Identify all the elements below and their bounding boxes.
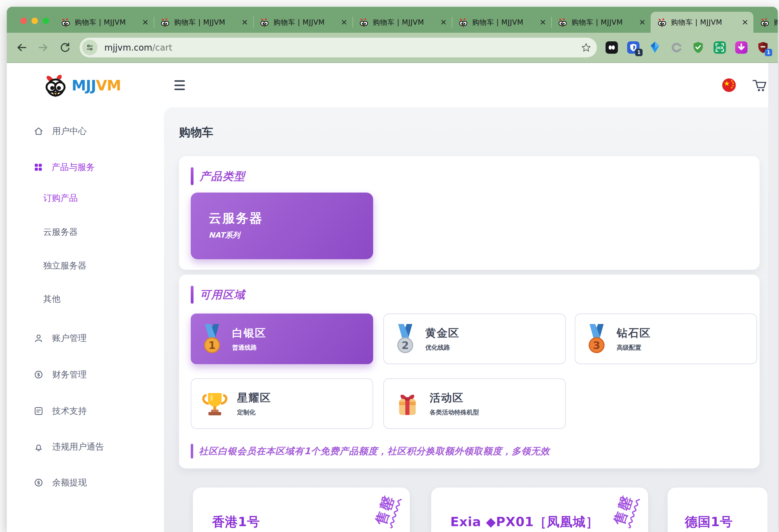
browser-toolbar: mjjvm.com/cart 1 [7, 33, 778, 63]
sidebar-item-account-management[interactable]: 账户管理 [33, 331, 87, 346]
cart-icon[interactable] [752, 78, 768, 93]
browser-window: 购物车 | MJJVM 购物车 | MJJVM 购物车 | MJJVM 购物车 … [7, 7, 778, 532]
extension-badge: 1 [635, 49, 643, 56]
tab-title: 购物车 | MJJVM [274, 17, 337, 27]
dollar-circle-icon: $ [33, 477, 44, 488]
section-accent-bar [191, 167, 193, 185]
section-title-product-type: 产品类型 [191, 167, 245, 185]
tab-close-icon[interactable] [141, 18, 149, 26]
chicken-favicon-icon [61, 17, 70, 27]
sold-out-stamp: 售罄 [610, 492, 637, 528]
chicken-favicon-icon [161, 17, 170, 27]
kite-extension-icon[interactable] [648, 41, 662, 54]
url-text[interactable]: mjjvm.com/cart [104, 43, 172, 53]
zone-option-activity[interactable]: 活动区各类活动特殊机型 [383, 378, 566, 429]
tab-title: 购物车 | MJJVM [174, 17, 238, 27]
mask-extension-icon[interactable] [605, 41, 618, 54]
url-host: mjjvm.com [104, 43, 152, 53]
menu-icon[interactable] [174, 80, 185, 90]
fullscreen-window-button[interactable] [43, 17, 49, 24]
page-title: 购物车 [179, 125, 213, 140]
browser-tab[interactable]: 购物车 | MJJVM [452, 12, 551, 33]
trophy-icon [201, 390, 228, 417]
sidebar-item-products-services[interactable]: 产品与服务 [33, 160, 95, 175]
sidebar-subitem-order-product[interactable]: 订购产品 [43, 191, 78, 205]
tab-close-icon[interactable] [539, 18, 547, 26]
tab-close-icon[interactable] [340, 18, 348, 26]
browser-tab[interactable]: 购物车 | MJJVM [551, 12, 651, 33]
security-shield-extension-icon[interactable]: 1 [756, 41, 770, 54]
tab-title: 购物车 | MJJVM [75, 17, 138, 27]
sidebar-item-user-center[interactable]: 用户中心 [33, 124, 87, 138]
zone-notice: 社区白银会员在本区域有1个免费产品额度，社区积分换取额外领取额度，多领无效 [191, 444, 550, 459]
logo-text: MJJVM [72, 77, 121, 94]
zone-option-silver[interactable]: 1 白银区普通线路 [191, 313, 373, 364]
tab-title: 购物车 | MJJVM [472, 17, 536, 27]
sidebar-item-tech-support[interactable]: 技术支持 [33, 404, 87, 418]
color-picker-extension-icon[interactable] [670, 41, 683, 54]
downloader-extension-icon[interactable] [734, 41, 748, 54]
gift-icon [394, 390, 421, 417]
bookmark-star-icon[interactable] [581, 42, 591, 53]
zone-option-diamond[interactable]: 3 钻石区高级配置 [575, 313, 757, 364]
main-content: 购物车 产品类型 云服务器 NAT系列 [164, 107, 768, 532]
ocr-extension-icon[interactable]: OCR [713, 41, 726, 54]
browser-tab[interactable]: 购物车 | MJJVM [754, 12, 778, 33]
sidebar: 用户中心 产品与服务 订购产品 云服务器 独立服务器 [7, 107, 164, 532]
svg-text:$: $ [37, 480, 40, 485]
browser-tab[interactable]: 购物车 | MJJVM [54, 12, 154, 33]
sidebar-subitem-dedicated-server[interactable]: 独立服务器 [43, 259, 86, 273]
chicken-favicon-icon [657, 17, 667, 27]
product-tile-hongkong-1[interactable]: 香港1号 售罄 [193, 487, 410, 532]
forward-icon[interactable] [37, 41, 50, 54]
window-controls [20, 17, 49, 24]
svg-text:OCR: OCR [716, 46, 723, 50]
sidebar-subitem-other[interactable]: 其他 [43, 292, 60, 306]
address-bar[interactable]: mjjvm.com/cart [80, 38, 597, 57]
browser-tab-active[interactable]: 购物车 | MJJVM [651, 12, 754, 33]
zones-card: 可用区域 1 白银区普通线路 2 黄金区优化线路 [179, 275, 760, 468]
grid-icon [33, 162, 44, 173]
tab-title: 购物车 | MJJVM [671, 17, 738, 27]
sidebar-item-balance-withdrawal[interactable]: $ 余额提现 [33, 475, 87, 490]
safe-shield-extension-icon[interactable] [692, 41, 705, 54]
browser-tab[interactable]: 购物车 | MJJVM [353, 12, 452, 33]
svg-text:2: 2 [402, 339, 409, 351]
browser-tab[interactable]: 购物车 | MJJVM [154, 12, 253, 33]
tab-close-icon[interactable] [439, 18, 447, 26]
site-settings-icon[interactable] [82, 40, 98, 55]
chicken-favicon-icon [359, 17, 368, 27]
section-accent-bar [191, 286, 193, 304]
tab-title: 购物车 | MJJVM [572, 17, 635, 27]
chicken-favicon-icon [459, 17, 468, 27]
product-tile-germany-1[interactable]: 德国1号 [668, 487, 768, 532]
sidebar-item-violation-notice[interactable]: 违规用户通告 [33, 439, 104, 454]
product-type-option-cloud-server[interactable]: 云服务器 NAT系列 [191, 192, 373, 259]
chicken-favicon-icon [558, 17, 567, 27]
person-icon [33, 333, 44, 344]
reload-icon[interactable] [58, 41, 72, 54]
close-window-button[interactable] [20, 17, 27, 24]
tab-close-icon[interactable] [741, 18, 749, 26]
chicken-favicon-icon [760, 17, 769, 27]
password-manager-extension-icon[interactable]: 1 [626, 41, 640, 54]
notice-accent-bar [191, 444, 193, 459]
home-icon [33, 126, 44, 137]
chicken-logo-icon [43, 73, 68, 98]
tab-close-icon[interactable] [241, 18, 249, 26]
browser-tab[interactable]: 购物车 | MJJVM [253, 12, 353, 33]
sold-out-stamp: 售罄 [371, 492, 399, 528]
chicken-favicon-icon [260, 17, 269, 27]
medal-silver-icon: 2 [394, 324, 417, 354]
tab-close-icon[interactable] [638, 18, 646, 26]
sidebar-subitem-cloud-server[interactable]: 云服务器 [43, 225, 78, 239]
zone-option-star[interactable]: 星耀区定制化 [191, 378, 373, 429]
minimize-window-button[interactable] [32, 17, 38, 24]
language-flag-china-icon[interactable]: ★ ★ ★ ★ ★ [722, 78, 736, 92]
site-logo[interactable]: MJJVM [43, 73, 121, 98]
dollar-circle-icon: $ [33, 369, 44, 380]
product-tile-exia-px01[interactable]: Exia ◆PX01［凤凰城］ 售罄 [431, 487, 648, 532]
sidebar-item-finance-management[interactable]: $ 财务管理 [33, 367, 87, 382]
back-icon[interactable] [15, 41, 28, 54]
zone-option-gold[interactable]: 2 黄金区优化线路 [383, 313, 566, 364]
